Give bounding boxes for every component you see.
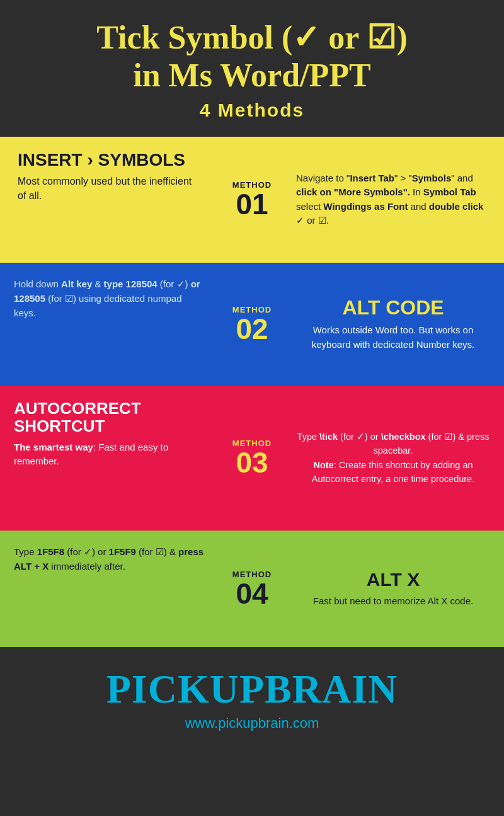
method-02-section: Hold down Alt key & type 128504 (for ✓) …: [0, 263, 504, 386]
subtitle: 4 Methods: [13, 100, 491, 121]
method-04-right-title: ALT X: [296, 569, 490, 590]
method-04-right-desc: Fast but need to memorize Alt X code.: [296, 594, 490, 609]
method-04-badge: METHOD 04: [214, 531, 290, 647]
method-01-number: 01: [236, 190, 268, 219]
method-02-number: 02: [236, 314, 268, 343]
method-01-badge: METHOD 01: [214, 137, 290, 263]
page-title: Tick Symbol (✓ or ☑)in Ms Word/PPT: [13, 19, 491, 95]
method-04-number: 04: [236, 579, 268, 608]
method-04-left: Type 1F5F8 (for ✓) or 1F5F9 (for ☑) & pr…: [0, 531, 214, 647]
method-02-left-text: Hold down Alt key & type 128504 (for ✓) …: [14, 277, 205, 321]
method-03-number: 03: [236, 448, 268, 477]
methods-container: INSERT › SYMBOLS Most commonly used but …: [0, 137, 504, 647]
footer: PICKUPBRAIN www.pickupbrain.com: [0, 647, 504, 747]
method-02-left: Hold down Alt key & type 128504 (for ✓) …: [0, 263, 214, 386]
method-02-badge: METHOD 02: [214, 263, 290, 386]
method-01-left: INSERT › SYMBOLS Most commonly used but …: [0, 137, 214, 263]
method-03-right-text: Type \tick (for ✓) or \checkbox (for ☑) …: [296, 430, 490, 486]
method-01-right: Navigate to "Insert Tab" > "Symbols" and…: [290, 137, 504, 263]
method-04-right: ALT X Fast but need to memorize Alt X co…: [290, 531, 504, 647]
method-01-section: INSERT › SYMBOLS Most commonly used but …: [0, 137, 504, 263]
method-04-left-text: Type 1F5F8 (for ✓) or 1F5F9 (for ☑) & pr…: [14, 544, 205, 574]
method-02-right-title: ALT CODE: [296, 296, 490, 319]
method-01-desc: Most commonly used but the inefficient o…: [18, 175, 202, 203]
method-04-section: Type 1F5F8 (for ✓) or 1F5F9 (for ☑) & pr…: [0, 531, 504, 647]
method-03-sub: The smartest way: Fast and easy to remem…: [14, 440, 205, 469]
method-03-title: AUTOCORRECTSHORTCUT: [14, 399, 205, 435]
method-03-section: AUTOCORRECTSHORTCUT The smartest way: Fa…: [0, 386, 504, 531]
header: Tick Symbol (✓ or ☑)in Ms Word/PPT 4 Met…: [0, 0, 504, 137]
method-03-right: Type \tick (for ✓) or \checkbox (for ☑) …: [290, 386, 504, 531]
method-03-left: AUTOCORRECTSHORTCUT The smartest way: Fa…: [0, 386, 214, 531]
method-01-right-text: Navigate to "Insert Tab" > "Symbols" and…: [296, 171, 490, 228]
footer-brand: PICKUPBRAIN: [13, 666, 491, 713]
method-03-badge: METHOD 03: [214, 386, 290, 531]
method-01-title: INSERT › SYMBOLS: [18, 151, 202, 170]
method-02-right-desc: Works outside Word too. But works on key…: [296, 323, 490, 352]
method-02-right: ALT CODE Works outside Word too. But wor…: [290, 263, 504, 386]
footer-url: www.pickupbrain.com: [13, 715, 491, 732]
